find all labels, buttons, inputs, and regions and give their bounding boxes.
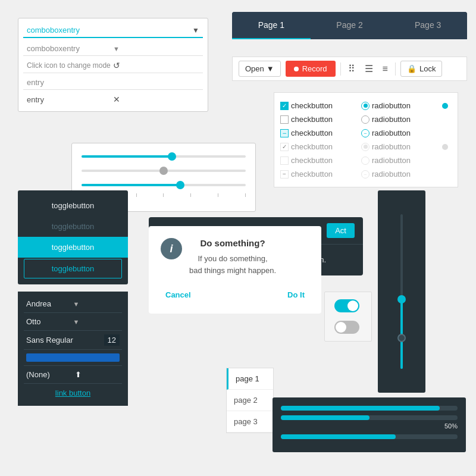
- checkbox-label-1: checkbutton: [291, 101, 345, 110]
- combo-dropdown-row[interactable]: comboboxentry ▼: [23, 42, 203, 56]
- page-list-item-1[interactable]: page 1: [227, 368, 273, 390]
- color-bar: [26, 353, 120, 362]
- vert-track[interactable]: [400, 214, 403, 369]
- checkbox-1[interactable]: ✓: [280, 102, 289, 110]
- combo-entry-clear-row[interactable]: entry ✕: [23, 92, 203, 107]
- slider-thumb-2[interactable]: [159, 167, 168, 175]
- record-button[interactable]: Record: [286, 61, 336, 77]
- lock-button[interactable]: 🔒 Lock: [400, 61, 442, 77]
- alert-cancel-button[interactable]: Cancel: [161, 288, 196, 302]
- progress-row-2: 50%: [281, 415, 458, 430]
- tab-panel: Page 1 Page 2 Page 3: [232, 12, 467, 39]
- checkbox-2[interactable]: [280, 115, 289, 124]
- link-button[interactable]: link button: [24, 384, 122, 402]
- game-act-button[interactable]: Act: [327, 223, 355, 238]
- combobox-input[interactable]: comboboxentry: [27, 26, 192, 35]
- progress-fill-1: [281, 406, 440, 411]
- combo2-none-row[interactable]: (None) ⬆: [24, 366, 122, 384]
- progress-track-2: [281, 415, 458, 420]
- combo2-otto-arrow: ▼: [73, 318, 120, 325]
- vert-thumb-2[interactable]: [397, 334, 406, 342]
- checkbox-4: ✓: [280, 143, 289, 151]
- alert-confirm-button[interactable]: Do It: [283, 288, 309, 302]
- vert-thumb-1[interactable]: [397, 295, 406, 303]
- toggle-btn-1[interactable]: togglebutton: [18, 195, 128, 216]
- combo-clear-icon[interactable]: ✕: [113, 95, 199, 104]
- record-label: Record: [302, 64, 327, 73]
- toggle-switch-on[interactable]: [334, 299, 359, 312]
- grid-icon[interactable]: ⠿: [346, 62, 358, 76]
- radiobutton-label-3: radiobutton: [372, 129, 425, 137]
- check-row-5: checkbutton radiobutton: [280, 154, 452, 167]
- radiobutton-3[interactable]: −: [361, 129, 369, 137]
- combo-entry-static: entry: [23, 76, 203, 90]
- check-row-3: − checkbutton − radiobutton: [280, 126, 452, 140]
- combo2-andrea-row[interactable]: Andrea ▼: [24, 295, 122, 313]
- lines-icon[interactable]: ≡: [380, 62, 390, 76]
- tab-page1[interactable]: Page 1: [232, 12, 311, 39]
- progress-fill-2: [281, 415, 369, 420]
- tab-header: Page 1 Page 2 Page 3: [232, 12, 467, 39]
- progress-label-2: 50%: [281, 422, 458, 430]
- slider-fill-1: [82, 155, 172, 158]
- progress-track-1: [281, 406, 458, 411]
- tab-page3[interactable]: Page 3: [389, 12, 467, 39]
- toolbar-separator-2: [395, 62, 396, 76]
- combo2-color-row[interactable]: [24, 350, 122, 366]
- combo-dropdown-arrow: ▼: [113, 45, 199, 52]
- open-button[interactable]: Open ▼: [239, 61, 281, 77]
- checkbox-3[interactable]: −: [280, 129, 289, 137]
- info-icon: i: [161, 238, 182, 259]
- toggle-switch-off[interactable]: [334, 321, 359, 334]
- radiobutton-label-5: radiobutton: [372, 156, 425, 165]
- toggle-btn-3[interactable]: togglebutton: [18, 237, 128, 258]
- status-dot-4: [442, 144, 448, 150]
- checkbox-label-3: checkbutton: [291, 129, 345, 137]
- list-icon[interactable]: ☰: [362, 62, 375, 76]
- slider-track-3[interactable]: [82, 184, 246, 186]
- page-list-item-2[interactable]: page 2: [227, 390, 273, 411]
- check-row-2: checkbutton radiobutton: [280, 112, 452, 126]
- slider-track-2[interactable]: [82, 170, 246, 172]
- radiobutton-1[interactable]: [361, 102, 369, 110]
- combo2-none-label: (None): [26, 370, 71, 379]
- open-label: Open: [245, 64, 264, 73]
- tick-7: [245, 193, 246, 197]
- page-list-item-3[interactable]: page 3: [227, 411, 273, 433]
- radiobutton-2[interactable]: [361, 115, 369, 124]
- tick-3: [136, 193, 137, 197]
- tab-page2[interactable]: Page 2: [311, 12, 389, 39]
- check-radio-panel: ✓ checkbutton radiobutton checkbutton ra…: [274, 92, 458, 187]
- vertical-slider-panel: [378, 190, 425, 393]
- tick-6: [218, 193, 218, 197]
- switch-knob-off: [336, 322, 346, 333]
- lock-icon: 🔒: [407, 64, 416, 73]
- combo-entry-label: entry: [27, 78, 44, 87]
- combo-arrow-icon: ▼: [192, 26, 199, 35]
- combo2-font-size[interactable]: 12: [104, 334, 120, 346]
- combo2-otto-row[interactable]: Otto ▼: [24, 313, 122, 331]
- checkbox-label-2: checkbutton: [291, 115, 345, 124]
- check-row-6: − checkbutton − radiobutton: [280, 167, 452, 181]
- slider-track-1[interactable]: [82, 155, 246, 158]
- combo2-panel: Andrea ▼ Otto ▼ Sans Regular 12 (None) ⬆…: [18, 292, 128, 406]
- alert-message: If you do something, bad things might ha…: [189, 253, 276, 276]
- upload-icon: ⬆: [75, 370, 120, 379]
- combo-top-row[interactable]: comboboxentry ▼: [23, 23, 203, 38]
- radiobutton-5: [361, 156, 369, 165]
- toggle-btn-4[interactable]: togglebutton: [24, 259, 122, 278]
- toggle-btn-2: togglebutton: [18, 216, 128, 237]
- slider-thumb-3[interactable]: [176, 181, 184, 189]
- progress-row-3: [281, 434, 458, 439]
- slider-fill-3: [82, 184, 180, 186]
- toggle-button-panel: togglebutton togglebutton togglebutton t…: [18, 190, 128, 284]
- record-dot-icon: [294, 67, 299, 71]
- alert-title: Do something?: [189, 238, 276, 248]
- checkbox-label-4: checkbutton: [291, 142, 345, 151]
- checkbox-label-6: checkbutton: [291, 170, 345, 178]
- progress-row-1: [281, 406, 458, 411]
- radiobutton-label-4: radiobutton: [372, 142, 425, 151]
- refresh-icon[interactable]: ↺: [113, 61, 199, 70]
- combo2-font-name: Sans Regular: [26, 336, 101, 345]
- slider-thumb-1[interactable]: [168, 152, 176, 161]
